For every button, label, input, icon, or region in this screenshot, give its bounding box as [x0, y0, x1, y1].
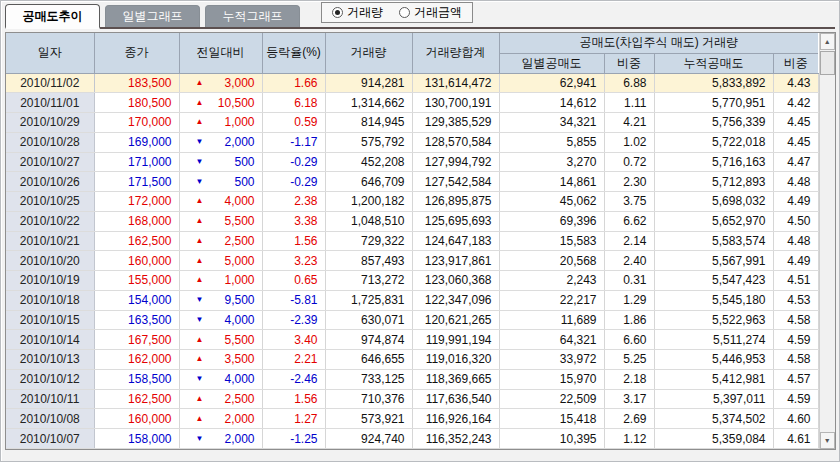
- cell-change[interactable]: ▼2,000: [179, 429, 262, 449]
- cell-volume-total[interactable]: 122,347,096: [412, 290, 499, 310]
- cell-daily-short[interactable]: 22,509: [499, 389, 604, 409]
- cell-cum-short[interactable]: 5,583,574: [654, 231, 773, 251]
- cell-cum-short[interactable]: 5,652,970: [654, 211, 773, 231]
- cell-volume[interactable]: 646,655: [325, 350, 412, 370]
- cell-close[interactable]: 160,000: [94, 409, 179, 429]
- cell-date[interactable]: 2010/10/15: [6, 310, 94, 330]
- cell-close[interactable]: 158,000: [94, 429, 179, 449]
- cell-cum-short[interactable]: 5,712,893: [654, 172, 773, 192]
- cell-close[interactable]: 169,000: [94, 132, 179, 152]
- cell-date[interactable]: 2010/10/12: [6, 369, 94, 389]
- cell-volume-total[interactable]: 116,352,243: [412, 429, 499, 449]
- cell-rate[interactable]: 0.65: [262, 271, 325, 291]
- table-row[interactable]: 2010/10/07158,000▼2,000-1.25924,740116,3…: [6, 429, 818, 449]
- cell-daily-weight[interactable]: 2.40: [604, 251, 654, 271]
- cell-daily-short[interactable]: 20,568: [499, 251, 604, 271]
- cell-cum-short[interactable]: 5,511,274: [654, 330, 773, 350]
- cell-date[interactable]: 2010/10/22: [6, 211, 94, 231]
- cell-date[interactable]: 2010/10/21: [6, 231, 94, 251]
- cell-volume-total[interactable]: 119,016,320: [412, 350, 499, 370]
- cell-daily-short[interactable]: 62,941: [499, 73, 604, 93]
- cell-date[interactable]: 2010/10/18: [6, 290, 94, 310]
- header-volume-total[interactable]: 거래량합계: [412, 33, 499, 73]
- cell-date[interactable]: 2010/10/11: [6, 389, 94, 409]
- table-row[interactable]: 2010/10/21162,500▲2,5001.56729,322124,64…: [6, 231, 818, 251]
- cell-change[interactable]: ▼500: [179, 172, 262, 192]
- cell-volume-total[interactable]: 131,614,472: [412, 73, 499, 93]
- cell-change[interactable]: ▲5,500: [179, 211, 262, 231]
- cell-volume-total[interactable]: 117,636,540: [412, 389, 499, 409]
- table-row[interactable]: 2010/11/02183,500▲3,0001.66914,281131,61…: [6, 73, 818, 93]
- cell-close[interactable]: 168,000: [94, 211, 179, 231]
- cell-volume-total[interactable]: 123,917,861: [412, 251, 499, 271]
- cell-cum-short[interactable]: 5,547,423: [654, 271, 773, 291]
- header-rate[interactable]: 등락율(%): [262, 33, 325, 73]
- cell-daily-weight[interactable]: 1.29: [604, 290, 654, 310]
- table-row[interactable]: 2010/10/20160,000▲5,0003.23857,493123,91…: [6, 251, 818, 271]
- scrollbar-thumb[interactable]: [820, 51, 835, 75]
- cell-daily-short[interactable]: 15,583: [499, 231, 604, 251]
- header-change[interactable]: 전일대비: [179, 33, 262, 73]
- cell-close[interactable]: 171,500: [94, 172, 179, 192]
- table-row[interactable]: 2010/10/29170,000▲1,0000.59814,945129,38…: [6, 113, 818, 133]
- cell-volume[interactable]: 710,376: [325, 389, 412, 409]
- table-row[interactable]: 2010/10/12158,500▼4,000-2.46733,125118,3…: [6, 369, 818, 389]
- cell-date[interactable]: 2010/10/26: [6, 172, 94, 192]
- cell-cum-short[interactable]: 5,446,953: [654, 350, 773, 370]
- cell-daily-short[interactable]: 15,418: [499, 409, 604, 429]
- cell-rate[interactable]: 6.18: [262, 93, 325, 113]
- cell-volume-total[interactable]: 120,621,265: [412, 310, 499, 330]
- cell-volume-total[interactable]: 128,570,584: [412, 132, 499, 152]
- cell-daily-weight[interactable]: 3.75: [604, 192, 654, 212]
- cell-rate[interactable]: -5.81: [262, 290, 325, 310]
- cell-close[interactable]: 162,000: [94, 350, 179, 370]
- cell-daily-weight[interactable]: 2.14: [604, 231, 654, 251]
- cell-cum-weight[interactable]: 4.49: [773, 251, 818, 271]
- cell-daily-short[interactable]: 10,395: [499, 429, 604, 449]
- cell-volume[interactable]: 1,048,510: [325, 211, 412, 231]
- cell-cum-weight[interactable]: 4.59: [773, 330, 818, 350]
- cell-volume-total[interactable]: 126,895,875: [412, 192, 499, 212]
- cell-daily-short[interactable]: 64,321: [499, 330, 604, 350]
- cell-close[interactable]: 155,000: [94, 271, 179, 291]
- radio-selected-icon[interactable]: [332, 7, 343, 18]
- table-row[interactable]: 2010/10/11162,500▲2,5001.56710,376117,63…: [6, 389, 818, 409]
- cell-daily-weight[interactable]: 1.02: [604, 132, 654, 152]
- table-row[interactable]: 2010/10/14167,500▲5,5003.40974,874119,99…: [6, 330, 818, 350]
- cell-volume[interactable]: 573,921: [325, 409, 412, 429]
- cell-daily-short[interactable]: 14,861: [499, 172, 604, 192]
- cell-daily-short[interactable]: 11,689: [499, 310, 604, 330]
- cell-rate[interactable]: 3.38: [262, 211, 325, 231]
- cell-cum-weight[interactable]: 4.45: [773, 113, 818, 133]
- cell-cum-short[interactable]: 5,359,084: [654, 429, 773, 449]
- cell-change[interactable]: ▲2,000: [179, 409, 262, 429]
- cell-daily-short[interactable]: 34,321: [499, 113, 604, 133]
- cell-daily-weight[interactable]: 6.60: [604, 330, 654, 350]
- cell-volume[interactable]: 1,314,662: [325, 93, 412, 113]
- cell-change[interactable]: ▲3,000: [179, 73, 262, 93]
- cell-cum-weight[interactable]: 4.48: [773, 231, 818, 251]
- cell-cum-short[interactable]: 5,698,032: [654, 192, 773, 212]
- cell-volume[interactable]: 452,208: [325, 152, 412, 172]
- cell-cum-short[interactable]: 5,833,892: [654, 73, 773, 93]
- scrollbar-track[interactable]: [820, 75, 835, 432]
- cell-daily-weight[interactable]: 1.12: [604, 429, 654, 449]
- cell-date[interactable]: 2010/10/29: [6, 113, 94, 133]
- cell-daily-short[interactable]: 2,243: [499, 271, 604, 291]
- cell-date[interactable]: 2010/10/07: [6, 429, 94, 449]
- radio-trade-amount[interactable]: 거래금액: [399, 4, 462, 21]
- header-cum-weight[interactable]: 비중: [773, 53, 818, 73]
- cell-cum-weight[interactable]: 4.49: [773, 192, 818, 212]
- cell-daily-weight[interactable]: 5.25: [604, 350, 654, 370]
- cell-date[interactable]: 2010/11/01: [6, 93, 94, 113]
- cell-daily-short[interactable]: 33,972: [499, 350, 604, 370]
- cell-close[interactable]: 172,000: [94, 192, 179, 212]
- cell-cum-weight[interactable]: 4.45: [773, 132, 818, 152]
- cell-change[interactable]: ▼2,000: [179, 132, 262, 152]
- cell-cum-weight[interactable]: 4.61: [773, 429, 818, 449]
- cell-cum-weight[interactable]: 4.53: [773, 290, 818, 310]
- cell-change[interactable]: ▼500: [179, 152, 262, 172]
- cell-volume[interactable]: 857,493: [325, 251, 412, 271]
- cell-change[interactable]: ▲4,000: [179, 192, 262, 212]
- tab-cumulative-graph[interactable]: 누적그래프: [205, 5, 300, 27]
